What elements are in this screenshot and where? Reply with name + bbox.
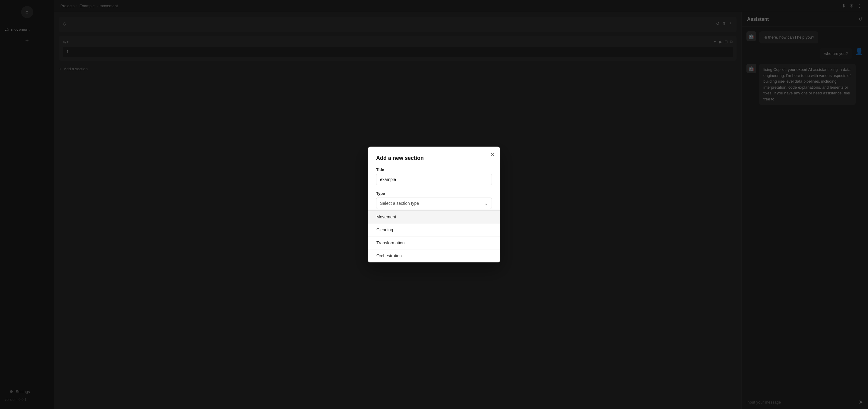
modal-close-button[interactable]: ✕ [490,151,495,158]
close-icon: ✕ [490,152,495,158]
title-field-group: Title [376,167,492,190]
dropdown-item-transformation[interactable]: Transformation [368,237,500,249]
type-select[interactable]: Select a section type ⌄ [376,197,492,209]
modal-overlay[interactable]: Add a new section ✕ Title Type Select a … [0,0,868,409]
type-placeholder: Select a section type [380,201,419,206]
title-input[interactable] [376,174,492,185]
dropdown-item-movement[interactable]: Movement [368,211,500,223]
dropdown-item-cleaning[interactable]: Cleaning [368,223,500,237]
type-label: Type [376,191,492,196]
chevron-down-icon: ⌄ [484,201,488,206]
dropdown-item-orchestration[interactable]: Orchestration [368,249,500,262]
title-label: Title [376,167,492,172]
modal-title: Add a new section [376,155,492,161]
add-section-modal: Add a new section ✕ Title Type Select a … [368,147,500,262]
type-dropdown-list: Movement Cleaning Transformation Orchest… [368,210,500,262]
type-field-group: Type Select a section type ⌄ [376,191,492,209]
